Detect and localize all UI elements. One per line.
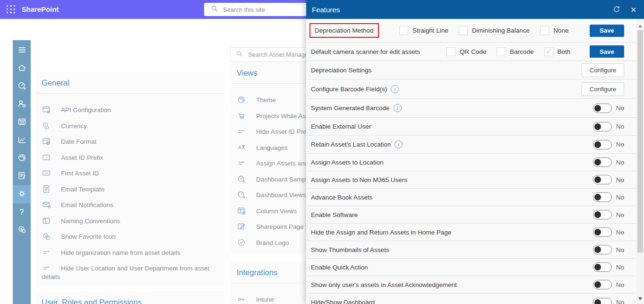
list-item[interactable]: Hide organization name from asset detail…	[35, 248, 224, 257]
sidebar-item-help[interactable]: ?	[13, 203, 31, 221]
splogo-icon: S	[42, 232, 51, 241]
sidebar-item-chart[interactable]	[13, 131, 31, 149]
site-search-input[interactable]: Search this site	[204, 3, 311, 16]
toggle-group[interactable]: No	[593, 192, 624, 202]
checkbox-option[interactable]: None	[540, 26, 568, 35]
info-icon[interactable]: i	[394, 104, 402, 112]
refresh-icon[interactable]	[612, 5, 621, 14]
scrollbar-up-arrow-icon[interactable]	[638, 25, 642, 27]
template-icon	[42, 184, 51, 194]
sidebar-item-home[interactable]	[13, 60, 31, 78]
checkbox-checked-icon[interactable]: ✓	[544, 47, 553, 56]
info-icon[interactable]: i	[391, 85, 399, 93]
list-item[interactable]: API Configuration	[35, 105, 224, 114]
sidebar-item-sharepoint[interactable]: S	[13, 221, 31, 239]
feature-row: Enable External UserNo	[306, 118, 636, 136]
sidebar-item-dashboard[interactable]	[13, 78, 31, 96]
checkbox-icon[interactable]	[540, 26, 549, 35]
checkbox-icon[interactable]	[447, 47, 455, 56]
save-button[interactable]: Save	[590, 45, 624, 58]
sidebar-item-palette[interactable]	[13, 149, 31, 167]
feature-label-text: Hide/Show Dashboard	[311, 299, 375, 304]
checkbox-icon[interactable]	[399, 26, 408, 35]
toggle-group[interactable]: No	[593, 140, 624, 149]
close-icon[interactable]: ✕	[630, 6, 636, 13]
configure-button[interactable]: Configure	[582, 82, 624, 96]
configure-button[interactable]: Configure	[582, 63, 624, 77]
checkbox-option[interactable]: Straight Line	[399, 26, 448, 35]
save-button[interactable]: Save	[590, 25, 624, 37]
toggle-group[interactable]: No	[593, 298, 624, 304]
section-title-user-roles: User, Roles and Permissions	[35, 295, 224, 304]
toggle-state-label: No	[616, 194, 624, 201]
list-item-label: Projects While Ass	[256, 113, 309, 120]
info-icon[interactable]: i	[395, 140, 403, 148]
sidebar-item-grid[interactable]	[13, 113, 31, 131]
toggle-group[interactable]: No	[593, 227, 624, 237]
list-item[interactable]: Hide User Location and User Department f…	[35, 263, 224, 281]
toggle-switch-off[interactable]	[593, 210, 612, 219]
sharepoint-icon: S	[17, 225, 27, 236]
gear-icon	[17, 189, 27, 200]
toggle-switch-off[interactable]	[593, 227, 612, 237]
toggle-switch-off[interactable]	[593, 140, 612, 149]
toggle-group[interactable]: No	[593, 175, 624, 184]
toggle-group[interactable]: No	[593, 157, 624, 167]
app-launcher-waffle-icon[interactable]	[7, 5, 16, 14]
toggle-switch-off[interactable]	[593, 192, 612, 202]
toggle-group[interactable]: No	[593, 280, 624, 289]
list-item[interactable]: Naming Conventions	[35, 216, 224, 226]
list-item-label: Hide organization name from asset detail…	[61, 249, 180, 256]
toggle-group[interactable]: No	[593, 122, 624, 131]
checkbox-icon[interactable]	[459, 26, 468, 35]
feature-row: Configure Barcode Field(s)iConfigure	[306, 79, 636, 99]
toggle-group[interactable]: No	[593, 104, 624, 113]
toggle-group[interactable]: No	[593, 245, 624, 254]
toggle-switch-off[interactable]	[593, 122, 612, 131]
sidebar-item-gear[interactable]	[13, 185, 31, 203]
panel-scrollbar[interactable]	[636, 19, 644, 304]
list-item[interactable]: $Currency	[35, 121, 224, 130]
list-item[interactable]: SShow Favorite Icon	[35, 232, 224, 241]
users-icon	[17, 99, 27, 111]
list-item[interactable]: Date Format	[35, 137, 224, 146]
feature-label-text: Depreciation Method	[315, 27, 374, 34]
checkbox-option[interactable]: Diminishing Balance	[459, 26, 530, 35]
toggle-group[interactable]: No	[593, 262, 624, 272]
sidebar-item-news[interactable]	[13, 167, 31, 185]
feature-label: Enable Software	[311, 211, 358, 218]
lines-icon	[42, 248, 51, 257]
toggle-state-label: No	[616, 229, 624, 236]
dashboard-icon	[237, 174, 246, 184]
toggle-switch-off[interactable]	[593, 280, 612, 289]
key-icon	[237, 295, 246, 304]
feature-label-text: Enable Quick Action	[311, 264, 368, 271]
checkbox-icon[interactable]	[497, 47, 506, 56]
search-icon	[236, 50, 243, 59]
toggle-switch-off[interactable]	[593, 245, 612, 254]
toggle-switch-off[interactable]	[593, 262, 612, 272]
checkbox-option[interactable]: QR Code	[447, 47, 486, 56]
scrollbar-down-arrow-icon[interactable]	[638, 297, 642, 300]
section-title-general: General	[35, 76, 224, 94]
toggle-switch-off[interactable]	[593, 175, 612, 184]
checkbox-option[interactable]: Barcode	[497, 47, 533, 56]
toggle-group[interactable]: No	[593, 210, 624, 219]
sidebar-item-menu[interactable]	[13, 42, 31, 60]
list-item[interactable]: TAsset ID Prefix	[35, 153, 224, 162]
toggle-switch-off[interactable]	[593, 298, 612, 304]
scrollbar-thumb[interactable]	[637, 30, 643, 252]
toggle-switch-off[interactable]	[593, 157, 612, 167]
sidebar-item-users[interactable]	[13, 96, 31, 113]
list-item[interactable]: Email Notifications	[35, 200, 224, 209]
dashboard-icon	[237, 190, 246, 200]
checkbox-option[interactable]: ✓Both	[544, 47, 571, 56]
list-item[interactable]: Email Template	[35, 184, 224, 194]
list-item-label: Naming Conventions	[61, 217, 120, 225]
toggle-switch-off[interactable]	[593, 104, 612, 113]
toggle-state-label: No	[616, 176, 624, 183]
toggle-state-label: No	[616, 246, 624, 253]
toggle-knob	[594, 229, 601, 235]
list-item[interactable]: 123First Asset ID	[35, 168, 224, 178]
checkbox-label: Diminishing Balance	[472, 27, 530, 34]
